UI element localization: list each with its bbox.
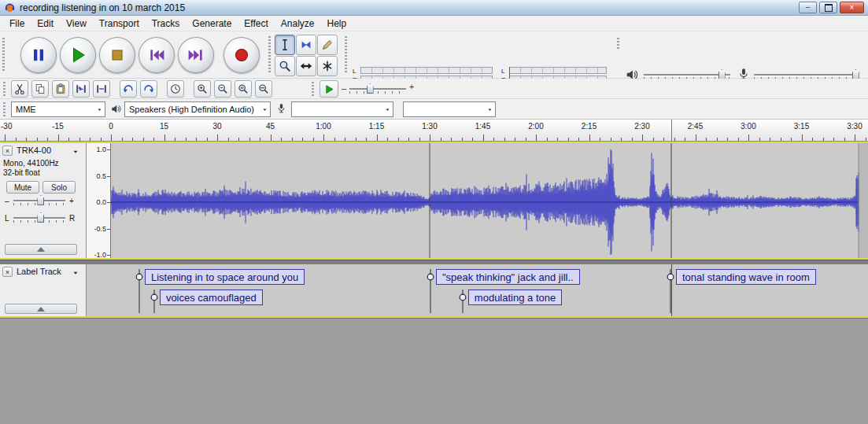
sync-lock-button[interactable]: [167, 80, 184, 98]
label-chip[interactable]: modulating a tone: [468, 289, 562, 305]
tool-selection-button[interactable]: [275, 35, 295, 55]
ruler-minor-tick: [387, 138, 388, 141]
play-speed-thumb[interactable]: [367, 83, 374, 94]
audio-track-close-button[interactable]: ×: [2, 146, 13, 156]
ruler-minor-tick: [260, 138, 260, 141]
menu-generate[interactable]: Generate: [186, 17, 238, 31]
menu-transport[interactable]: Transport: [93, 17, 146, 31]
menu-tracks[interactable]: Tracks: [146, 17, 187, 31]
pan-right-label: R: [69, 214, 75, 223]
audio-track-format-line2: 32-bit float: [3, 168, 40, 177]
label-track-close-button[interactable]: ×: [2, 267, 13, 277]
mixer-toolbar-grip[interactable]: [617, 38, 619, 50]
label-track-menu-arrow-icon[interactable]: [72, 270, 79, 276]
tool-draw-button[interactable]: [317, 35, 338, 55]
fit-project-button[interactable]: [255, 80, 272, 98]
maximize-button[interactable]: [819, 2, 837, 13]
pan-thumb[interactable]: [37, 212, 44, 223]
zoom-in-button[interactable]: [194, 80, 211, 98]
device-toolbar-grip[interactable]: [3, 102, 6, 116]
label-track-content[interactable]: Listening in to space around youvoices c…: [87, 264, 868, 318]
ruler-label: 1:00: [316, 122, 331, 131]
label-flag[interactable]: [150, 289, 159, 313]
transcription-toolbar-grip[interactable]: [312, 82, 314, 96]
recording-channels-select[interactable]: [403, 101, 496, 117]
zoom-out-button[interactable]: [214, 80, 231, 98]
playback-device-select[interactable]: Speakers (High Definition Audio): [124, 101, 271, 117]
input-volume-track: [754, 74, 856, 76]
label-chip[interactable]: tonal standing wave in room: [676, 269, 816, 285]
magnifier-icon: [278, 59, 292, 73]
menu-help[interactable]: Help: [321, 17, 353, 31]
fit-selection-button[interactable]: [235, 80, 252, 98]
ruler-major-tick: [377, 135, 378, 141]
close-button[interactable]: ×: [840, 2, 864, 13]
mute-button[interactable]: Mute: [6, 181, 39, 194]
audio-track-collapse-button[interactable]: [5, 244, 77, 255]
pan-slider[interactable]: [13, 212, 65, 223]
ruler-minor-tick: [866, 138, 866, 141]
redo-button[interactable]: [140, 80, 157, 98]
zoom-sel-icon: [237, 83, 249, 95]
transport-skip-to-end-button[interactable]: [178, 37, 214, 73]
ruler-minor-tick: [79, 138, 80, 141]
edit-toolbar-grip[interactable]: [3, 82, 6, 96]
transport-record-button[interactable]: [223, 37, 260, 73]
menu-edit[interactable]: Edit: [31, 17, 60, 31]
transport-stop-button[interactable]: [99, 37, 135, 73]
ruler-minor-tick: [26, 138, 27, 141]
timeline-ruler[interactable]: -30-1501530451:001:151:301:452:002:152:3…: [0, 120, 868, 142]
label-flag[interactable]: [426, 269, 435, 313]
tool-multi-tool-button[interactable]: [317, 56, 338, 76]
menu-view[interactable]: View: [60, 17, 93, 31]
transport-toolbar-grip[interactable]: [2, 38, 5, 72]
label-chip[interactable]: "speak thinking" jack and jill..: [436, 269, 580, 285]
label-flag[interactable]: [458, 289, 467, 313]
tool-zoom-button[interactable]: [275, 56, 295, 76]
undo-button[interactable]: [120, 80, 137, 98]
trim-audio-button[interactable]: [72, 80, 90, 98]
track-area-background[interactable]: [0, 318, 868, 424]
gain-min-label: –: [5, 197, 9, 205]
gain-slider[interactable]: [13, 195, 65, 206]
label-chip[interactable]: voices camouflaged: [160, 289, 263, 305]
cut-button[interactable]: [11, 80, 28, 98]
menu-effect[interactable]: Effect: [238, 17, 274, 31]
ruler-label: 2:00: [528, 122, 543, 131]
vertical-ruler[interactable]: 1.00.50.0-0.5-1.0: [87, 143, 111, 260]
shift-icon: [299, 59, 313, 73]
transport-play-button[interactable]: [60, 37, 96, 73]
tool-envelope-button[interactable]: [296, 35, 316, 55]
waveform-clip[interactable]: [111, 143, 868, 260]
label-flag[interactable]: [135, 269, 144, 313]
tools-toolbar-grip[interactable]: [268, 36, 271, 74]
label-track-collapse-button[interactable]: [5, 304, 77, 314]
gain-thumb[interactable]: [37, 195, 44, 205]
ruler-minor-tick: [621, 138, 622, 141]
audio-track-menu-arrow-icon[interactable]: [72, 149, 79, 155]
label-chip[interactable]: Listening in to space around you: [145, 269, 305, 285]
solo-button[interactable]: Solo: [42, 181, 76, 194]
waveform-svg[interactable]: [111, 143, 868, 260]
host-select[interactable]: MME: [11, 101, 105, 117]
recording-device-select[interactable]: [291, 101, 393, 117]
transport-skip-to-start-button[interactable]: [139, 37, 175, 73]
meter-toolbar-grip[interactable]: [345, 36, 347, 74]
play-at-speed-button[interactable]: [319, 80, 338, 98]
minimize-button[interactable]: –: [799, 2, 817, 13]
label-track-name[interactable]: Label Track: [17, 267, 61, 276]
recording-device-icon: [275, 102, 287, 114]
vruler-tick: [107, 229, 110, 230]
paste-button[interactable]: [52, 80, 69, 98]
label-flag[interactable]: [666, 269, 675, 313]
menu-file[interactable]: File: [3, 17, 31, 31]
audio-track-name[interactable]: TRK4-00: [17, 146, 51, 155]
tool-time-shift-button[interactable]: [296, 56, 316, 76]
play-speed-slider[interactable]: [349, 83, 406, 94]
transport-pause-button[interactable]: [20, 37, 57, 73]
copy-button[interactable]: [31, 80, 49, 98]
silence-audio-button[interactable]: [93, 80, 110, 98]
speed-slider-max-label: +: [409, 82, 414, 91]
ruler-minor-tick: [472, 138, 473, 141]
menu-analyze[interactable]: Analyze: [275, 17, 321, 31]
